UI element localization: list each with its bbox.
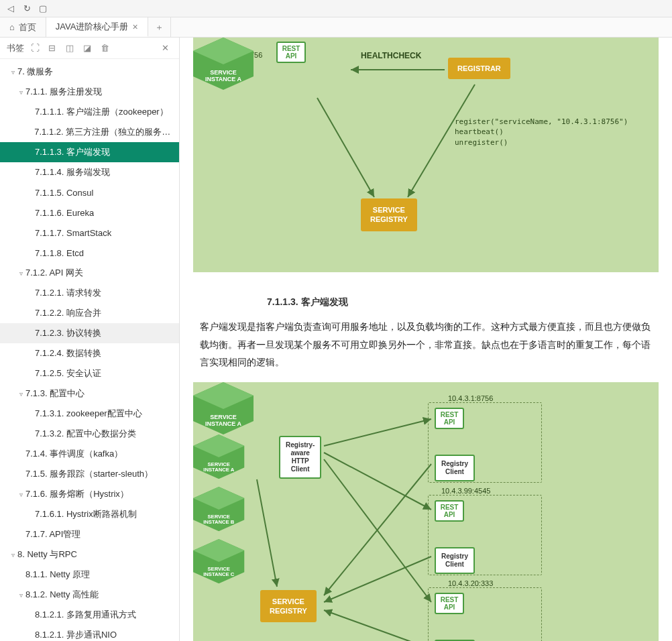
- tree-label: 7.1.1.7. SmartStack: [35, 228, 111, 238]
- tree-label: 7.1.3.1. zookeeper配置中心: [35, 408, 142, 420]
- caret-icon: ▿: [17, 591, 24, 599]
- sidebar-header: 书签 ⛶ ⊟ ◫ ◪ 🗑 ✕: [0, 38, 179, 59]
- svg-line-19: [324, 610, 431, 641]
- collapse-icon[interactable]: ⊟: [48, 43, 59, 54]
- tab-home-label: 首页: [19, 21, 36, 34]
- diagram-service-registration: 10.4.3.1:8756 REST API SERVICE INSTANCE …: [193, 38, 659, 272]
- tree-node[interactable]: 7.1.2.5. 安全认证: [0, 363, 179, 384]
- tree-label: 7.1.3.2. 配置中心数据分类: [35, 428, 136, 440]
- tab-document[interactable]: JAVA进阶核心手册 ×: [46, 17, 148, 37]
- diagram-client-discovery: SERVICE INSTANCE A Registry- aware HTTP …: [193, 382, 659, 641]
- app-toolbar: ◁ ↻ ▢: [0, 0, 672, 17]
- tree-node[interactable]: 8.1.2.1. 异步通讯NIO: [0, 625, 179, 641]
- tree-node[interactable]: 7.1.3.2. 配置中心数据分类: [0, 424, 179, 444]
- svg-line-4: [408, 84, 475, 197]
- tree-node[interactable]: ▿7.1.1. 服务注册发现: [0, 82, 179, 102]
- tree-label: 7.1.2.3. 协议转换: [35, 327, 101, 339]
- document-content[interactable]: 10.4.3.1:8756 REST API SERVICE INSTANCE …: [180, 38, 672, 641]
- tree-label: 7.1.2.5. 安全认证: [35, 367, 101, 380]
- caret-icon: ▿: [9, 68, 16, 76]
- home-icon: ⌂: [9, 22, 15, 32]
- tree-node[interactable]: ▿8. Netty 与RPC: [0, 544, 179, 565]
- tree-node[interactable]: 7.1.1.5. Consul: [0, 182, 179, 202]
- close-icon[interactable]: ×: [132, 21, 137, 32]
- tree-node[interactable]: 7.1.2.2. 响应合并: [0, 303, 179, 323]
- tree-label: 7.1.1.3. 客户端发现: [35, 146, 110, 158]
- tree-node[interactable]: 7.1.1.6. Eureka: [0, 202, 179, 223]
- tree-label: 7.1.6. 服务熔断（Hystrix）: [25, 488, 129, 500]
- tree-node[interactable]: 7.1.1.1. 客户端注册（zookeeper）: [0, 102, 179, 122]
- tree-label: 7.1.1.1. 客户端注册（zookeeper）: [35, 106, 168, 118]
- tree-label: 7.1.2.4. 数据转换: [35, 347, 101, 359]
- svg-line-13: [324, 419, 431, 446]
- tab-home[interactable]: ⌂ 首页: [0, 17, 46, 37]
- bookmark-icon[interactable]: ◫: [66, 43, 76, 54]
- tree-node[interactable]: 7.1.1.4. 服务端发现: [0, 162, 179, 182]
- tree-node[interactable]: 7.1.7. API管理: [0, 524, 179, 544]
- tree-node[interactable]: 7.1.2.1. 请求转发: [0, 283, 179, 303]
- tree-label: 7.1.2.1. 请求转发: [35, 287, 101, 299]
- tree-node[interactable]: 7.1.2.4. 数据转换: [0, 343, 179, 363]
- caret-icon: ▿: [17, 270, 24, 277]
- tree-node[interactable]: 7.1.6.1. Hystrix断路器机制: [0, 504, 179, 524]
- save-icon[interactable]: ▢: [38, 3, 48, 14]
- tree-node[interactable]: 7.1.1.2. 第三方注册（独立的服务Reg...: [0, 122, 179, 142]
- bookmark-tree: ▿7. 微服务▿7.1.1. 服务注册发现7.1.1.1. 客户端注册（zook…: [0, 59, 179, 641]
- caret-icon: ▿: [17, 491, 24, 498]
- caret-icon: ▿: [9, 551, 16, 559]
- tree-node[interactable]: ▿7.1.6. 服务熔断（Hystrix）: [0, 484, 179, 504]
- svg-line-18: [324, 557, 431, 602]
- tree-node[interactable]: 7.1.3.1. zookeeper配置中心: [0, 404, 179, 424]
- tree-label: 8. Netty 与RPC: [17, 548, 77, 561]
- tree-node[interactable]: ▿8.1.2. Netty 高性能: [0, 585, 179, 605]
- tree-node[interactable]: 7.1.1.3. 客户端发现: [0, 142, 179, 162]
- svg-line-3: [317, 98, 374, 197]
- tree-label: 8.1.1. Netty 原理: [25, 569, 90, 581]
- section-heading: 7.1.1.3. 客户端发现: [180, 286, 672, 318]
- tree-node[interactable]: ▿7.1.3. 配置中心: [0, 384, 179, 404]
- tree-node[interactable]: 7.1.1.8. Etcd: [0, 243, 179, 263]
- tree-label: 7.1.1.8. Etcd: [35, 248, 84, 258]
- tab-bar: ⌂ 首页 JAVA进阶核心手册 × ＋: [0, 17, 672, 38]
- expand-icon[interactable]: ⛶: [31, 43, 42, 54]
- tree-label: 8.1.2. Netty 高性能: [25, 589, 99, 601]
- tree-label: 7.1.1.5. Consul: [35, 188, 93, 198]
- tree-node[interactable]: 7.1.4. 事件调度（kafka）: [0, 444, 179, 464]
- tree-node[interactable]: 8.1.1. Netty 原理: [0, 565, 179, 585]
- tree-label: 7. 微服务: [17, 66, 53, 78]
- bookmark-add-icon[interactable]: ◪: [83, 43, 94, 54]
- tree-label: 7.1.1.6. Eureka: [35, 208, 94, 218]
- tree-node[interactable]: 7.1.5. 服务跟踪（starter-sleuth）: [0, 464, 179, 484]
- close-sidebar-icon[interactable]: ✕: [162, 43, 172, 54]
- tree-label: 7.1.1.2. 第三方注册（独立的服务Reg...: [34, 126, 174, 138]
- tab-document-label: JAVA进阶核心手册: [56, 21, 129, 33]
- sidebar-title: 书签: [7, 42, 24, 54]
- caret-icon: ▿: [17, 390, 24, 398]
- forward-icon[interactable]: ↻: [21, 3, 32, 14]
- tree-label: 7.1.1. 服务注册发现: [25, 86, 102, 98]
- bookmarks-sidebar: 书签 ⛶ ⊟ ◫ ◪ 🗑 ✕ ▿7. 微服务▿7.1.1. 服务注册发现7.1.…: [0, 38, 180, 641]
- tree-label: 7.1.2.2. 响应合并: [35, 307, 101, 319]
- section-paragraph: 客户端发现是指客户端负责查询可用服务地址，以及负载均衡的工作。这种方式最方便直接…: [180, 318, 672, 382]
- tree-label: 7.1.6.1. Hystrix断路器机制: [35, 508, 137, 520]
- tree-label: 7.1.2. API 网关: [25, 267, 83, 279]
- caret-icon: ▿: [17, 89, 24, 96]
- tree-node[interactable]: ▿7. 微服务: [0, 62, 179, 82]
- tab-add[interactable]: ＋: [148, 17, 171, 37]
- tree-label: 7.1.7. API管理: [25, 528, 80, 540]
- tree-node[interactable]: ▿7.1.2. API 网关: [0, 263, 179, 283]
- tree-label: 8.1.2.1. 异步通讯NIO: [35, 629, 117, 641]
- tree-label: 7.1.5. 服务跟踪（starter-sleuth）: [25, 468, 153, 480]
- svg-line-17: [324, 464, 431, 595]
- tree-label: 7.1.4. 事件调度（kafka）: [25, 448, 123, 460]
- tree-node[interactable]: 8.1.2.1. 多路复用通讯方式: [0, 605, 179, 625]
- tree-label: 8.1.2.1. 多路复用通讯方式: [35, 609, 136, 621]
- tree-label: 7.1.1.4. 服务端发现: [35, 166, 110, 178]
- back-icon[interactable]: ◁: [5, 3, 16, 14]
- tree-label: 7.1.3. 配置中心: [25, 388, 85, 400]
- tree-node[interactable]: 7.1.1.7. SmartStack: [0, 223, 179, 243]
- delete-icon[interactable]: 🗑: [101, 43, 111, 54]
- tree-node[interactable]: 7.1.2.3. 协议转换: [0, 323, 179, 343]
- svg-line-16: [257, 479, 277, 587]
